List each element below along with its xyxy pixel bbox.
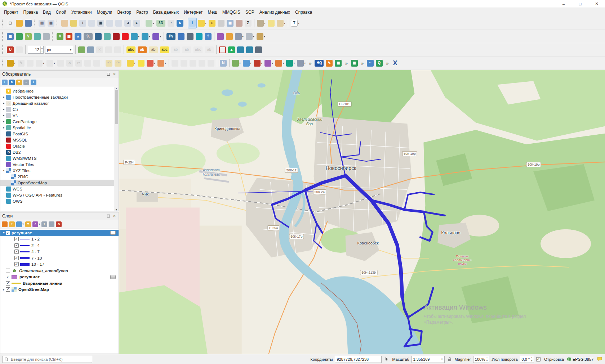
measure[interactable]: ▾ [256,18,267,28]
menu-item-11[interactable]: Меш [205,9,220,16]
data-source-manager[interactable]: ▦ [6,31,15,42]
close-button[interactable]: ✕ [588,0,605,8]
new-geopackage-layer[interactable] [15,31,24,42]
delete-selected[interactable]: ✕ [65,58,74,68]
browser-item[interactable]: PostGIS [0,131,119,137]
dock-float-button[interactable] [106,72,111,77]
expand-arrow-icon[interactable]: ▸ [2,108,6,111]
save-layer-edits[interactable] [26,58,35,68]
new-print-layout[interactable]: ▤ [37,18,46,28]
new-virtual-layer[interactable] [42,31,51,42]
offset-point-symbols[interactable] [77,44,86,55]
visibility-checkbox[interactable]: ✓ [14,237,19,241]
zoom-last[interactable]: ◂ [123,18,132,28]
menu-item-4[interactable]: Слой [53,9,69,16]
browser-item[interactable]: MSSQL [0,137,119,143]
add-selected-layers[interactable]: + [1,77,8,88]
toolbar-grip[interactable] [2,32,5,41]
pan-map[interactable] [60,18,69,28]
rotate-feature[interactable] [179,58,188,68]
crs-button[interactable]: EPSG:3857 [566,357,594,361]
ink-pen-plugin[interactable]: ✎ [325,58,334,68]
show-hide-labels[interactable]: ab [204,44,215,55]
zoom-full-extent[interactable]: ▣ [96,18,105,28]
check-geometries[interactable]: N [219,58,228,68]
dropdown-arrow-icon[interactable]: ▾ [272,62,273,65]
browser-item[interactable]: WMS/WMTS [0,155,119,161]
dropdown-arrow-icon[interactable]: ▾ [153,22,154,25]
delete-ring[interactable]: ✕ [95,44,104,55]
magnifier-spin[interactable]: 100% ▴▾ [473,356,489,363]
browser-item[interactable]: ▸GeoPackage [0,118,119,125]
metasearch[interactable] [195,31,204,42]
scale-combo[interactable]: 1:355169 ▾ [412,356,445,363]
expand-arrow-icon[interactable]: ▸ [2,120,6,123]
add-ring[interactable] [197,58,206,68]
menu-item-14[interactable]: Анализ данных [257,9,293,16]
maximize-button[interactable]: □ [572,0,588,8]
menu-item-9[interactable]: База данных [151,9,181,16]
zoom-next[interactable]: ▸ [132,18,141,28]
visibility-checkbox[interactable]: ✓ [6,287,10,292]
menu-item-6[interactable]: Модули [94,9,115,16]
toolbar-grip[interactable] [52,32,54,41]
text-annotation[interactable]: T▾ [290,18,301,28]
browser-item[interactable]: ▸C:\ [0,106,119,112]
browser-item[interactable]: ▸V:\ [0,112,119,118]
dropdown-arrow-icon[interactable]: ▾ [39,223,40,226]
visibility-checkbox[interactable]: ✓ [14,243,19,248]
change-label-properties[interactable]: abc [192,44,204,55]
visibility-checkbox[interactable]: ✓ [6,275,10,279]
add-wfs-layer[interactable]: ▾ [141,31,151,42]
toggle-editing[interactable]: ✎ [17,58,26,68]
render-checkbox[interactable]: ✓ [536,357,541,361]
dropdown-arrow-icon[interactable]: ▾ [264,22,266,25]
digitize[interactable]: ▾ [35,58,45,68]
profile-plugin[interactable]: ~ [366,58,375,68]
stats-grid-plugin[interactable]: ▦ [334,58,343,68]
deselect-features[interactable] [217,18,226,28]
new-3d-map-view[interactable]: 3D [155,18,166,28]
legend-class-row[interactable]: ✓10 - 17 [0,261,119,268]
minimize-button[interactable]: – [555,0,572,8]
add-mesh-layer[interactable]: ▲ [74,31,83,42]
expand-arrow-icon[interactable]: ▸ [2,288,6,291]
legend-class-row[interactable]: ✓2 - 4 [0,242,119,249]
table-plugin[interactable]: ▦ [350,58,359,68]
filter-legend[interactable]: ▼ [25,219,31,230]
qtiles[interactable] [245,44,254,55]
legend-class-row[interactable]: ✓7 - 10 [0,255,119,261]
vector-dissolve[interactable]: ▾ [296,58,307,68]
layer-row[interactable]: ✓Взорванные линии [0,280,119,287]
browser-item[interactable]: ▸Пространственные закладки [0,94,119,100]
expand-arrow-icon[interactable]: ▾ [2,169,6,172]
add-xyz-layer[interactable]: ▾ [151,31,162,42]
snapping-options[interactable]: U [6,44,15,55]
processing-toolbox[interactable] [225,31,234,42]
new-project[interactable]: ▢ [6,18,15,28]
select-by-area[interactable]: ▾ [126,58,137,68]
graphical-modeler[interactable]: ▾ [234,31,245,42]
topology-checker[interactable] [218,44,227,55]
dropdown-arrow-icon[interactable]: ▾ [134,62,135,65]
filter-browser[interactable]: ▼ [16,77,22,88]
dropdown-arrow-icon[interactable]: ▾ [283,62,284,65]
vector-intersect[interactable]: ▾ [242,58,253,68]
reshape-features[interactable] [86,44,95,55]
menu-item-7[interactable]: Вектор [115,9,134,16]
trim-extend[interactable] [104,44,113,55]
expand-arrow-icon[interactable]: ▸ [2,102,6,105]
highlight-pinned-labels[interactable]: abc [159,44,170,55]
current-edits[interactable]: ▾ [6,58,17,68]
remove-layer[interactable]: ✕ [55,219,62,230]
extent-toggle-button[interactable] [384,357,390,361]
map-canvas[interactable]: НовосибирскКриводановкаЧикКраснообскКоль… [119,70,605,354]
messages-button[interactable] [596,357,603,361]
spin-arrows-icon[interactable]: ▴▾ [40,46,43,53]
georeferencer[interactable] [216,31,225,42]
cut-features[interactable]: ✂ [74,58,83,68]
browser-item[interactable]: ▸⌂Домашний каталог [0,100,119,106]
vertex-tool[interactable]: ▾ [45,58,56,68]
help-contents[interactable]: ? [204,31,213,42]
browser-item[interactable]: OpenStreetMap [0,180,119,186]
